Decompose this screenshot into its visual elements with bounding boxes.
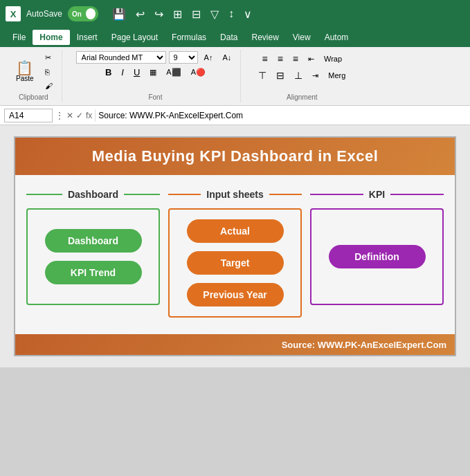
layout-icon[interactable]: ⊟ [189,6,204,22]
dashboard-line-left [26,194,62,195]
nav-section-dashboard: Dashboard Dashboard KPI Trend [26,189,160,318]
bold-button[interactable]: B [102,65,115,80]
formula-input[interactable] [95,109,466,122]
menu-item-formulas[interactable]: Formulas [165,30,213,45]
target-button[interactable]: Target [187,251,284,275]
nav-section-input-sheets: Input sheets Actual Target Previous Year [168,189,302,318]
top-align-button[interactable]: ⊤ [255,68,270,83]
clipboard-label: Clipboard [19,93,48,101]
input-section-title: Input sheets [206,189,263,200]
menu-bar: File Home Insert Page Layout Formulas Da… [0,28,470,47]
cell-reference[interactable]: A14 [4,109,53,122]
footer-source-text: Source: WWW.PK-AnExcelExpert.Com [282,340,446,350]
dashboard-title: Media Buying KPI Dashboard in Excel [92,147,379,165]
paste-label: Paste [16,75,34,82]
clipboard-group: 📋 Paste ✂ ⎘ 🖌 Clipboard [6,50,62,102]
font-row2: B I U ▦ A⬛ A🔴 [102,65,209,80]
nav-area: Dashboard Dashboard KPI Trend Input shee… [15,175,455,334]
title-bar-icons: 💾 ↩ ↪ ⊞ ⊟ ▽ ↕ ∨ [109,6,255,22]
italic-button[interactable]: I [118,65,127,80]
menu-item-autom[interactable]: Autom [318,30,356,45]
indent-inc-button[interactable]: ⇥ [309,69,322,82]
clipboard-row: 📋 Paste ✂ ⎘ 🖌 [11,51,56,92]
expand-icon: ⋮ [55,111,64,120]
menu-item-file[interactable]: File [6,30,33,45]
align-right-button[interactable]: ≡ [289,51,302,66]
dashboard-section-box: Dashboard KPI Trend [26,208,160,305]
autosave-toggle[interactable]: On [68,6,98,21]
nav-section-dashboard-header: Dashboard [26,189,160,200]
kpi-section-box: Definition [310,208,444,305]
nav-section-input-header: Input sheets [168,189,302,200]
table-icon[interactable]: ⊞ [170,6,185,22]
merge-button[interactable]: Merg [325,69,349,82]
sort-icon[interactable]: ↕ [226,6,237,21]
align-left-button[interactable]: ≡ [258,51,271,66]
actual-button[interactable]: Actual [187,219,284,243]
wrap-text-button[interactable]: Wrap [320,53,345,65]
alignment-group: ≡ ≡ ≡ ⇤ Wrap ⊤ ⊟ ⊥ ⇥ Merg Alignment [249,50,354,102]
font-label: Font [148,93,162,101]
format-painter-button[interactable]: 🖌 [42,80,56,92]
save-icon[interactable]: 💾 [109,6,129,22]
border-button[interactable]: ▦ [146,66,160,79]
align-center-button[interactable]: ≡ [274,51,287,66]
toggle-on-text: On [72,10,82,18]
more-icon[interactable]: ∨ [241,6,255,22]
dashboard-button[interactable]: Dashboard [45,229,142,253]
autosave-label: AutoSave [26,9,62,19]
menu-item-review[interactable]: Review [244,30,285,45]
paste-icon: 📋 [16,61,33,75]
nav-section-kpi: KPI Definition [310,189,444,318]
dashboard-header: Media Buying KPI Dashboard in Excel [15,138,455,175]
font-row1: Arial Rounded MT 9 A↑ A↓ [76,51,235,64]
menu-item-data[interactable]: Data [213,30,244,45]
font-size-select[interactable]: 9 [169,51,198,64]
ribbon: 📋 Paste ✂ ⎘ 🖌 Clipboard Arial Rounded MT… [0,47,470,106]
font-color-button[interactable]: A🔴 [188,66,209,79]
input-section-box: Actual Target Previous Year [168,208,302,318]
definition-button[interactable]: Definition [329,245,426,268]
filter-icon[interactable]: ▽ [208,6,222,22]
confirm-icon[interactable]: ✓ [76,111,83,120]
middle-align-button[interactable]: ⊟ [273,68,288,83]
indent-dec-button[interactable]: ⇤ [305,53,318,66]
font-group: Arial Rounded MT 9 A↑ A↓ B I U ▦ A⬛ A🔴 F… [71,50,242,102]
title-bar: X AutoSave On 💾 ↩ ↪ ⊞ ⊟ ▽ ↕ ∨ [0,0,470,28]
formula-bar: A14 ⋮ ✕ ✓ fx [0,106,470,125]
underline-button[interactable]: U [130,65,143,80]
fill-color-button[interactable]: A⬛ [163,66,184,79]
toggle-knob [86,8,96,19]
kpi-trend-button[interactable]: KPI Trend [45,261,142,284]
menu-item-page-layout[interactable]: Page Layout [105,30,165,45]
paste-button[interactable]: 📋 Paste [11,57,39,86]
dashboard-panel: Media Buying KPI Dashboard in Excel Dash… [14,136,456,356]
input-line-left [168,194,201,195]
main-content: Media Buying KPI Dashboard in Excel Dash… [0,125,470,367]
undo-icon[interactable]: ↩ [133,6,147,22]
menu-item-home[interactable]: Home [33,30,69,45]
copy-button[interactable]: ⎘ [42,66,56,78]
formula-bar-icons: ⋮ ✕ ✓ fx [55,111,92,120]
cancel-icon[interactable]: ✕ [66,111,73,120]
dashboard-section-title: Dashboard [68,189,118,200]
dashboard-footer: Source: WWW.PK-AnExcelExpert.Com [15,334,455,355]
alignment-row2: ⊤ ⊟ ⊥ ⇥ Merg [255,68,349,83]
kpi-line-right [390,194,444,195]
bottom-align-button[interactable]: ⊥ [291,68,306,83]
decrease-font-button[interactable]: A↓ [219,51,235,64]
cut-button[interactable]: ✂ [42,51,56,64]
alignment-label: Alignment [287,93,317,101]
font-name-select[interactable]: Arial Rounded MT [76,51,166,64]
formula-fx-icon[interactable]: fx [86,111,92,120]
kpi-line-left [310,194,363,195]
redo-icon[interactable]: ↪ [152,6,166,22]
increase-font-button[interactable]: A↑ [201,51,217,64]
previous-year-button[interactable]: Previous Year [187,283,284,306]
menu-item-view[interactable]: View [286,30,318,45]
dashboard-line-right [124,194,160,195]
nav-section-kpi-header: KPI [310,189,444,200]
alignment-row1: ≡ ≡ ≡ ⇤ Wrap [258,51,345,66]
input-line-right [269,194,302,195]
menu-item-insert[interactable]: Insert [70,30,105,45]
